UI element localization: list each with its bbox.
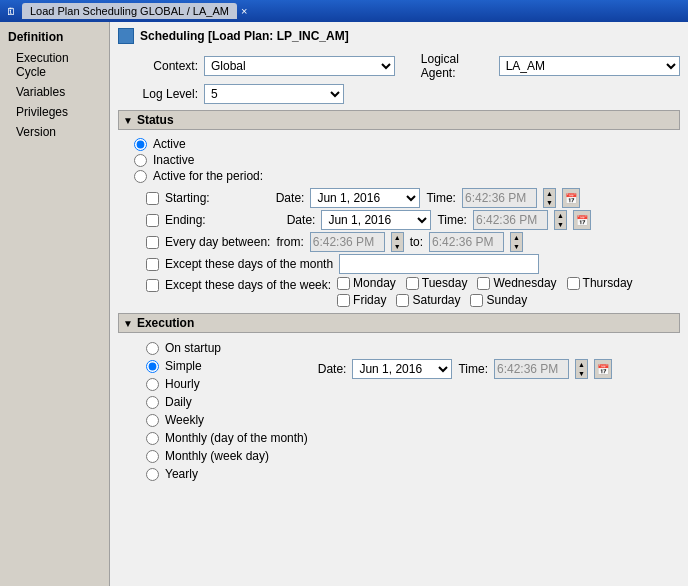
starting-time-input[interactable] — [462, 188, 537, 208]
days-checkboxes: Monday Tuesday Wednesday Thursday — [337, 276, 632, 307]
exec-daily-label[interactable]: Daily — [165, 395, 192, 409]
logical-agent-label: Logical Agent: — [421, 52, 493, 80]
from-time-input[interactable] — [310, 232, 385, 252]
exec-simple-label[interactable]: Simple — [165, 359, 202, 373]
to-time-spin[interactable]: ▲▼ — [510, 232, 523, 252]
sunday-checkbox[interactable] — [470, 294, 483, 307]
title-bar: 🗓 Load Plan Scheduling GLOBAL / LA_AM × — [0, 0, 688, 22]
except-month-row: Except these days of the month — [118, 254, 680, 274]
status-period-radio[interactable] — [134, 170, 147, 183]
except-month-checkbox[interactable] — [146, 258, 159, 271]
except-week-label: Except these days of the week: — [165, 278, 331, 292]
except-month-label: Except these days of the month — [165, 257, 333, 271]
monday-checkbox[interactable] — [337, 277, 350, 290]
status-section-header[interactable]: ▼ Status — [118, 110, 680, 130]
except-month-input[interactable] — [339, 254, 539, 274]
logical-agent-select[interactable]: LA_AM — [499, 56, 680, 76]
thursday-label: Thursday — [583, 276, 633, 290]
day-monday: Monday — [337, 276, 396, 290]
day-friday: Friday — [337, 293, 386, 307]
main-content: Scheduling [Load Plan: LP_INC_AM] Contex… — [110, 22, 688, 586]
execution-section-header[interactable]: ▼ Execution — [118, 313, 680, 333]
starting-cal-button[interactable]: 📅 — [562, 188, 580, 208]
exec-startup-radio[interactable] — [146, 342, 159, 355]
status-period-row: Active for the period: — [118, 168, 680, 184]
sidebar-item-label: Variables — [16, 85, 65, 99]
from-time-spin[interactable]: ▲▼ — [391, 232, 404, 252]
exec-yearly-radio[interactable] — [146, 468, 159, 481]
exec-monthly-week-label[interactable]: Monthly (week day) — [165, 449, 269, 463]
exec-time-spin[interactable]: ▲▼ — [575, 359, 588, 379]
days-row-2: Friday Saturday Sunday — [337, 293, 632, 307]
sidebar-item-execution-cycle[interactable]: Execution Cycle — [0, 48, 109, 82]
page-title-text: Scheduling [Load Plan: LP_INC_AM] — [140, 29, 349, 43]
exec-startup-label[interactable]: On startup — [165, 341, 221, 355]
sunday-label: Sunday — [486, 293, 527, 307]
tuesday-checkbox[interactable] — [406, 277, 419, 290]
exec-time-input[interactable] — [494, 359, 569, 379]
exec-date-select[interactable]: Jun 1, 2016 — [352, 359, 452, 379]
exec-cal-button[interactable]: 📅 — [594, 359, 612, 379]
status-inactive-radio[interactable] — [134, 154, 147, 167]
context-select[interactable]: Global — [204, 56, 395, 76]
starting-checkbox[interactable] — [146, 192, 159, 205]
from-label: from: — [276, 235, 303, 249]
status-period-label[interactable]: Active for the period: — [153, 169, 263, 183]
status-active-label[interactable]: Active — [153, 137, 186, 151]
exec-monthly-week-radio[interactable] — [146, 450, 159, 463]
ending-date-select[interactable]: Jun 1, 2016 — [321, 210, 431, 230]
sidebar-item-label: Privileges — [16, 105, 68, 119]
sidebar-item-label: Execution Cycle — [16, 51, 69, 79]
execution-content: On startup Simple Hourly Daily Weekly — [118, 337, 680, 483]
sidebar-item-privileges[interactable]: Privileges — [0, 102, 109, 122]
status-active-radio[interactable] — [134, 138, 147, 151]
page-title-icon — [118, 28, 134, 44]
close-button[interactable]: × — [241, 5, 247, 17]
day-tuesday: Tuesday — [406, 276, 468, 290]
exec-monthly-day-radio[interactable] — [146, 432, 159, 445]
friday-label: Friday — [353, 293, 386, 307]
exec-time-label: Time: — [458, 362, 488, 376]
exec-monthly-day-label[interactable]: Monthly (day of the month) — [165, 431, 308, 445]
log-level-select[interactable]: 5 — [204, 84, 344, 104]
friday-checkbox[interactable] — [337, 294, 350, 307]
day-thursday: Thursday — [567, 276, 633, 290]
sidebar-item-version[interactable]: Version — [0, 122, 109, 142]
exec-weekly-label[interactable]: Weekly — [165, 413, 204, 427]
ending-time-label: Time: — [437, 213, 467, 227]
day-wednesday: Wednesday — [477, 276, 556, 290]
sidebar-item-label: Version — [16, 125, 56, 139]
exec-hourly-label[interactable]: Hourly — [165, 377, 200, 391]
exec-monthly-week-row: Monthly (week day) — [118, 447, 308, 465]
every-day-checkbox[interactable] — [146, 236, 159, 249]
starting-date-label: Date: — [276, 191, 305, 205]
exec-daily-radio[interactable] — [146, 396, 159, 409]
ending-date-label: Date: — [287, 213, 316, 227]
exec-simple-radio[interactable] — [146, 360, 159, 373]
tab[interactable]: Load Plan Scheduling GLOBAL / LA_AM — [22, 3, 237, 19]
exec-date-label: Date: — [318, 362, 347, 376]
except-week-row: Except these days of the week: Monday Tu… — [118, 276, 680, 307]
status-inactive-label[interactable]: Inactive — [153, 153, 194, 167]
to-time-input[interactable] — [429, 232, 504, 252]
thursday-checkbox[interactable] — [567, 277, 580, 290]
context-label: Context: — [118, 59, 198, 73]
to-label: to: — [410, 235, 423, 249]
wednesday-checkbox[interactable] — [477, 277, 490, 290]
exec-hourly-row: Hourly — [118, 375, 308, 393]
ending-time-spin[interactable]: ▲▼ — [554, 210, 567, 230]
monday-label: Monday — [353, 276, 396, 290]
ending-checkbox[interactable] — [146, 214, 159, 227]
exec-yearly-label[interactable]: Yearly — [165, 467, 198, 481]
sidebar-item-variables[interactable]: Variables — [0, 82, 109, 102]
except-week-checkbox[interactable] — [146, 279, 159, 292]
ending-time-input[interactable] — [473, 210, 548, 230]
ending-cal-button[interactable]: 📅 — [573, 210, 591, 230]
execution-radio-group: On startup Simple Hourly Daily Weekly — [118, 337, 308, 483]
saturday-checkbox[interactable] — [396, 294, 409, 307]
starting-time-spin[interactable]: ▲▼ — [543, 188, 556, 208]
execution-section-title: Execution — [137, 316, 194, 330]
exec-weekly-radio[interactable] — [146, 414, 159, 427]
starting-date-select[interactable]: Jun 1, 2016 — [310, 188, 420, 208]
exec-hourly-radio[interactable] — [146, 378, 159, 391]
